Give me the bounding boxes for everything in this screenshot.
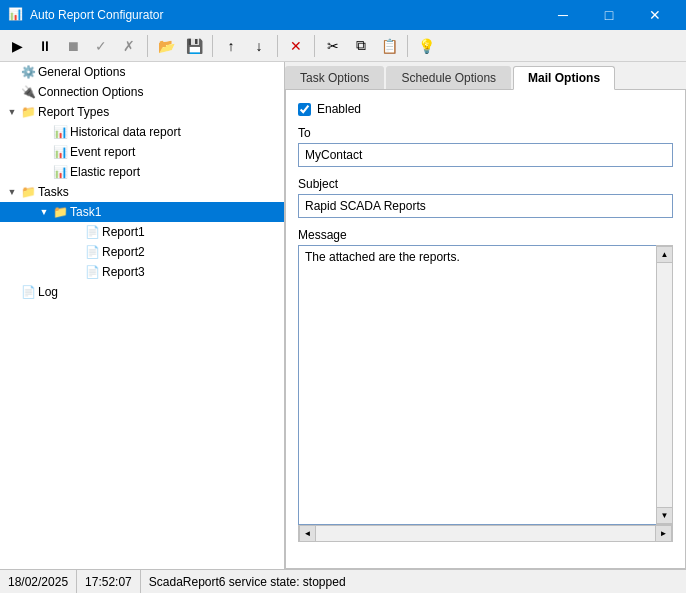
- scroll-left-arrow[interactable]: ◄: [299, 525, 316, 542]
- expander: [36, 124, 52, 140]
- copy-button[interactable]: ⧉: [348, 33, 374, 59]
- message-textarea[interactable]: The attached are the reports.: [298, 245, 656, 525]
- mail-options-content: Enabled To Subject Message The attached …: [285, 90, 686, 569]
- main-container: ⚙️ General Options 🔌 Connection Options …: [0, 62, 686, 569]
- enabled-row: Enabled: [298, 102, 673, 116]
- expander: [68, 224, 84, 240]
- tree-item-report-types[interactable]: ▼ 📁 Report Types: [0, 102, 284, 122]
- run-button[interactable]: ▶: [4, 33, 30, 59]
- expander: [68, 264, 84, 280]
- tree-node-label: Tasks: [38, 185, 69, 199]
- open-button[interactable]: 📂: [153, 33, 179, 59]
- to-label: To: [298, 126, 673, 140]
- move-up-button[interactable]: ↑: [218, 33, 244, 59]
- report-types-folder-icon: 📁: [20, 104, 36, 120]
- message-label: Message: [298, 228, 673, 242]
- check-button: ✓: [88, 33, 114, 59]
- tabs-bar: Task Options Schedule Options Mail Optio…: [285, 62, 686, 90]
- expander: [36, 164, 52, 180]
- expander-report-types: ▼: [4, 104, 20, 120]
- tree-node-label: Task1: [70, 205, 101, 219]
- status-message: ScadaReport6 service state: stopped: [141, 570, 686, 593]
- tab-task-options[interactable]: Task Options: [285, 66, 384, 89]
- subject-row: Subject: [298, 177, 673, 218]
- tab-mail-options[interactable]: Mail Options: [513, 66, 615, 90]
- window-controls: ─ □ ✕: [540, 0, 678, 30]
- event-report-icon: 📊: [52, 144, 68, 160]
- stop-button: ⏹: [60, 33, 86, 59]
- tree-node-label: Log: [38, 285, 58, 299]
- message-row: Message The attached are the reports. ▲ …: [298, 228, 673, 542]
- delete-button[interactable]: ✕: [283, 33, 309, 59]
- report2-icon: 📄: [84, 244, 100, 260]
- expander: [68, 244, 84, 260]
- scroll-down-arrow[interactable]: ▼: [656, 507, 673, 524]
- separator-4: [314, 35, 315, 57]
- separator-3: [277, 35, 278, 57]
- connection-options-icon: 🔌: [20, 84, 36, 100]
- save-button[interactable]: 💾: [181, 33, 207, 59]
- expander-task1: ▼: [36, 204, 52, 220]
- h-scroll-track: [316, 526, 655, 541]
- tree-item-elastic-report[interactable]: 📊 Elastic report: [0, 162, 284, 182]
- window-title: Auto Report Configurator: [30, 8, 540, 22]
- tree-item-general-options[interactable]: ⚙️ General Options: [0, 62, 284, 82]
- subject-label: Subject: [298, 177, 673, 191]
- report3-icon: 📄: [84, 264, 100, 280]
- info-button[interactable]: 💡: [413, 33, 439, 59]
- general-options-icon: ⚙️: [20, 64, 36, 80]
- maximize-button[interactable]: □: [586, 0, 632, 30]
- tree-item-report3[interactable]: 📄 Report3: [0, 262, 284, 282]
- title-bar: 📊 Auto Report Configurator ─ □ ✕: [0, 0, 686, 30]
- message-container: The attached are the reports. ▲ ▼: [298, 245, 673, 525]
- tree-node-label: Connection Options: [38, 85, 143, 99]
- close-button[interactable]: ✕: [632, 0, 678, 30]
- separator-1: [147, 35, 148, 57]
- pause-button[interactable]: ⏸: [32, 33, 58, 59]
- tab-schedule-options[interactable]: Schedule Options: [386, 66, 511, 89]
- report1-icon: 📄: [84, 224, 100, 240]
- tasks-folder-icon: 📁: [20, 184, 36, 200]
- right-panel: Task Options Schedule Options Mail Optio…: [285, 62, 686, 569]
- minimize-button[interactable]: ─: [540, 0, 586, 30]
- horizontal-scrollbar: ◄ ►: [298, 525, 673, 542]
- elastic-report-icon: 📊: [52, 164, 68, 180]
- expander: [4, 84, 20, 100]
- historical-report-icon: 📊: [52, 124, 68, 140]
- move-down-button[interactable]: ↓: [246, 33, 272, 59]
- tree-item-report1[interactable]: 📄 Report1: [0, 222, 284, 242]
- log-icon: 📄: [20, 284, 36, 300]
- tree-item-task1[interactable]: ▼ 📁 Task1: [0, 202, 284, 222]
- status-time: 17:52:07: [77, 570, 141, 593]
- tree-item-tasks[interactable]: ▼ 📁 Tasks: [0, 182, 284, 202]
- separator-5: [407, 35, 408, 57]
- tree-panel: ⚙️ General Options 🔌 Connection Options …: [0, 62, 285, 569]
- cut-button[interactable]: ✂: [320, 33, 346, 59]
- enabled-label: Enabled: [317, 102, 361, 116]
- expander-tasks: ▼: [4, 184, 20, 200]
- paste-button[interactable]: 📋: [376, 33, 402, 59]
- status-date: 18/02/2025: [0, 570, 77, 593]
- subject-input[interactable]: [298, 194, 673, 218]
- expander: [4, 284, 20, 300]
- tree-item-report2[interactable]: 📄 Report2: [0, 242, 284, 262]
- tree-item-event-report[interactable]: 📊 Event report: [0, 142, 284, 162]
- tree-node-label: Historical data report: [70, 125, 181, 139]
- enabled-checkbox[interactable]: [298, 103, 311, 116]
- scroll-track: [657, 263, 672, 507]
- toolbar: ▶ ⏸ ⏹ ✓ ✗ 📂 💾 ↑ ↓ ✕ ✂ ⧉ 📋 💡: [0, 30, 686, 62]
- scroll-right-arrow[interactable]: ►: [655, 525, 672, 542]
- task1-folder-icon: 📁: [52, 204, 68, 220]
- scroll-up-arrow[interactable]: ▲: [656, 246, 673, 263]
- tree-node-label: Report3: [102, 265, 145, 279]
- tree-item-historical-data-report[interactable]: 📊 Historical data report: [0, 122, 284, 142]
- status-bar: 18/02/2025 17:52:07 ScadaReport6 service…: [0, 569, 686, 593]
- tree-item-connection-options[interactable]: 🔌 Connection Options: [0, 82, 284, 102]
- separator-2: [212, 35, 213, 57]
- tree-node-label: General Options: [38, 65, 125, 79]
- tree-item-log[interactable]: 📄 Log: [0, 282, 284, 302]
- tree-node-label: Report1: [102, 225, 145, 239]
- tree-node-label: Report2: [102, 245, 145, 259]
- app-icon: 📊: [8, 7, 24, 23]
- to-input[interactable]: [298, 143, 673, 167]
